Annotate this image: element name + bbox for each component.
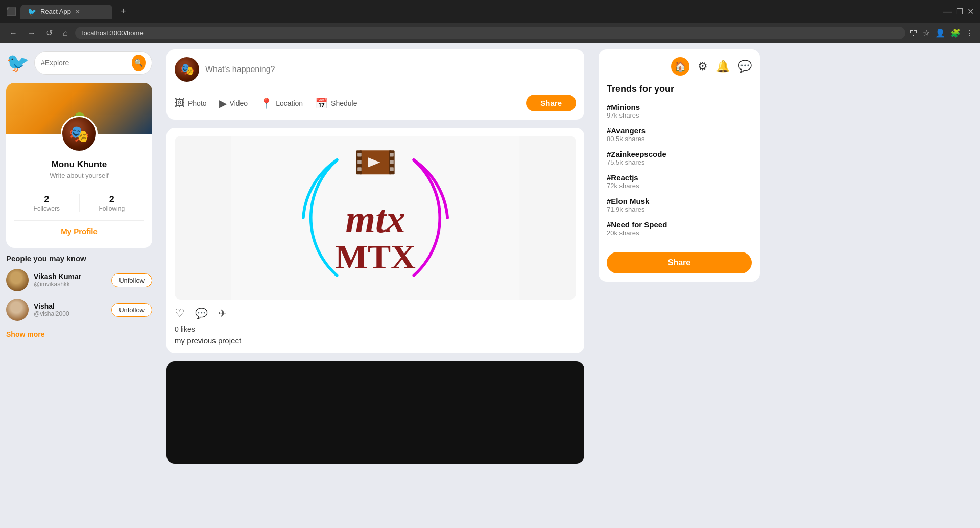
svg-rect-7 <box>390 153 394 157</box>
trend-shares-avangers: 80.5k shares <box>607 135 752 143</box>
tweet-input[interactable] <box>205 65 576 74</box>
trend-shares-reactjs: 72k shares <box>607 182 752 190</box>
home-button[interactable]: ⌂ <box>60 27 71 40</box>
maximize-btn[interactable]: ❐ <box>956 7 963 16</box>
location-label: Location <box>276 99 303 107</box>
search-button[interactable]: 🔍 <box>132 55 146 71</box>
my-profile-link[interactable]: My Profile <box>14 225 144 240</box>
post-caption: my previous project <box>175 336 576 345</box>
address-bar[interactable] <box>75 27 905 39</box>
message-icon[interactable]: 💬 <box>738 57 752 76</box>
star-icon[interactable]: ☆ <box>923 28 930 38</box>
trend-shares-nfs: 20k shares <box>607 229 752 237</box>
following-count: 2 <box>80 194 145 205</box>
window-controls: ⬛ <box>6 7 16 16</box>
people-section: People you may know Vikash Kumar @imvika… <box>6 254 152 340</box>
svg-rect-8 <box>390 160 394 164</box>
tab-close-btn[interactable]: ✕ <box>75 8 80 15</box>
trend-tag-elon: #Elon Musk <box>607 197 752 205</box>
video-action-button[interactable]: ▶ Video <box>219 97 248 109</box>
trend-item-minions[interactable]: #Minions 97k shares <box>607 103 752 119</box>
composer-avatar: 🎭 <box>175 57 199 82</box>
avatar-image: 🎭 <box>62 117 96 151</box>
new-tab-button[interactable]: + <box>116 4 130 19</box>
extensions-icon[interactable]: 🧩 <box>950 28 961 38</box>
right-sidebar: 🏠 ⚙ 🔔 💬 Trends for your #Minions 97k sha… <box>592 43 766 527</box>
profile-avatar: 🎭 <box>61 116 98 152</box>
tab-title: React App <box>40 8 71 15</box>
post-card: mtx MTX ♡ 💬 ✈ 0 likes my previous projec… <box>166 128 584 353</box>
avatar-vikash <box>6 269 29 291</box>
right-share-button[interactable]: Share <box>607 252 752 273</box>
photo-icon: 🖼 <box>175 97 185 109</box>
location-action-button[interactable]: 📍 Location <box>260 97 303 109</box>
trend-tag-avangers: #Avangers <box>607 126 752 135</box>
forward-button[interactable]: → <box>25 27 39 40</box>
schedule-action-button[interactable]: 📅 Shedule <box>315 97 357 109</box>
main-feed: 🎭 🖼 Photo ▶ Video 📍 Location 📅 <box>158 43 592 527</box>
followers-label: Followers <box>14 205 79 212</box>
photo-label: Photo <box>188 99 207 107</box>
back-button[interactable]: ← <box>6 27 20 40</box>
schedule-icon: 📅 <box>315 97 328 109</box>
unfollow-vikash-button[interactable]: Unfollow <box>111 273 152 287</box>
search-bar: 🔍 <box>34 51 152 75</box>
composer-actions: 🖼 Photo ▶ Video 📍 Location 📅 Shedule Sha… <box>175 89 576 111</box>
profile-card: 🌳 🎭 Monu Khunte Write about yourself 2 F… <box>6 83 152 248</box>
sidebar-top: 🐦 🔍 <box>6 49 152 77</box>
bell-icon[interactable]: 🔔 <box>716 57 730 76</box>
followers-count: 2 <box>14 194 79 205</box>
person-handle-vishal: @vishal2000 <box>34 310 106 317</box>
post-likes: 0 likes <box>175 325 576 333</box>
like-button[interactable]: ♡ <box>175 307 185 320</box>
tweet-composer: 🎭 🖼 Photo ▶ Video 📍 Location 📅 <box>166 49 584 120</box>
trend-item-reactjs[interactable]: #Reactjs 72k shares <box>607 173 752 190</box>
trend-shares-elon: 71.9k shares <box>607 205 752 213</box>
search-input[interactable] <box>41 59 128 67</box>
location-icon: 📍 <box>260 97 273 109</box>
browser-toolbar: ← → ↺ ⌂ 🛡 ☆ 👤 🧩 ⋮ <box>0 23 980 43</box>
right-sidebar-inner: 🏠 ⚙ 🔔 💬 Trends for your #Minions 97k sha… <box>599 49 760 282</box>
post-actions: ♡ 💬 ✈ <box>175 307 576 320</box>
photo-action-button[interactable]: 🖼 Photo <box>175 97 207 109</box>
avatar-vishal <box>6 299 29 321</box>
twitter-logo: 🐦 <box>6 52 29 74</box>
comment-button[interactable]: 💬 <box>195 307 208 320</box>
svg-rect-9 <box>390 167 394 171</box>
trend-item-zainkeepscode[interactable]: #Zainkeepscode 75.5k shares <box>607 150 752 166</box>
browser-chrome: ⬛ 🐦 React App ✕ + — ❐ ✕ ← → ↺ ⌂ 🛡 ☆ 👤 🧩 … <box>0 0 980 43</box>
svg-text:MTX: MTX <box>335 238 416 276</box>
app-container: 🐦 🔍 🌳 🎭 Monu Khunte Write about yourself <box>0 43 980 527</box>
followers-stat[interactable]: 2 Followers <box>14 194 79 212</box>
profile-icon[interactable]: 👤 <box>935 28 945 38</box>
share-post-button[interactable]: ✈ <box>218 307 227 320</box>
person-info-vishal: Vishal @vishal2000 <box>34 302 106 317</box>
video-post <box>166 361 584 464</box>
minimize-btn[interactable]: — <box>943 6 952 17</box>
schedule-label: Shedule <box>331 99 357 107</box>
show-more-button[interactable]: Show more <box>6 328 44 340</box>
profile-divider <box>14 186 144 186</box>
share-tweet-button[interactable]: Share <box>526 95 576 111</box>
trend-item-elon[interactable]: #Elon Musk 71.9k shares <box>607 197 752 213</box>
trends-title: Trends for your <box>607 84 752 95</box>
video-label: Video <box>230 99 248 107</box>
trend-shares-zainkeepscode: 75.5k shares <box>607 158 752 166</box>
refresh-button[interactable]: ↺ <box>43 26 56 40</box>
person-item-vikash: Vikash Kumar @imvikashkk Unfollow <box>6 269 152 291</box>
settings-icon[interactable]: ⚙ <box>698 57 708 76</box>
following-stat[interactable]: 2 Following <box>79 194 145 212</box>
trend-item-nfs[interactable]: #Need for Speed 20k shares <box>607 220 752 237</box>
svg-rect-6 <box>357 167 362 171</box>
right-header: 🏠 ⚙ 🔔 💬 <box>607 57 752 76</box>
composer-top: 🎭 <box>175 57 576 82</box>
menu-icon[interactable]: ⋮ <box>966 28 974 38</box>
left-sidebar: 🐦 🔍 🌳 🎭 Monu Khunte Write about yourself <box>0 43 158 527</box>
unfollow-vishal-button[interactable]: Unfollow <box>111 303 152 317</box>
close-window-btn[interactable]: ✕ <box>967 7 974 16</box>
svg-rect-4 <box>357 153 362 157</box>
home-icon[interactable]: 🏠 <box>671 57 689 76</box>
browser-tab[interactable]: 🐦 React App ✕ <box>20 5 112 19</box>
profile-cover: 🌳 🎭 <box>6 83 152 134</box>
trend-item-avangers[interactable]: #Avangers 80.5k shares <box>607 126 752 143</box>
